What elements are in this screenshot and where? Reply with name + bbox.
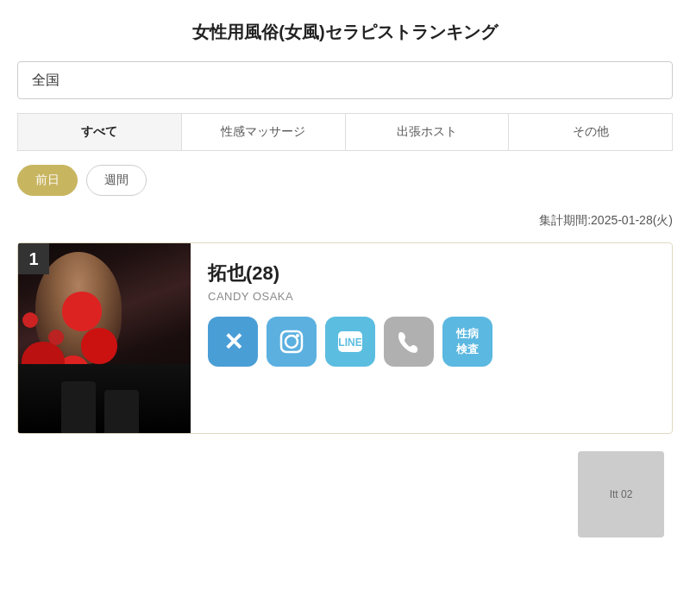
- page-title: 女性用風俗(女風)セラピストランキング: [17, 21, 673, 44]
- svg-text:LINE: LINE: [338, 336, 361, 349]
- std-check-button[interactable]: 性病検査: [442, 317, 492, 367]
- bottom-image-area: Itt 02: [17, 451, 673, 537]
- social-icons: ✕ LINE: [208, 317, 655, 367]
- twitter-button[interactable]: ✕: [208, 317, 258, 367]
- tab-erotic[interactable]: 性感マッサージ: [182, 114, 346, 150]
- phone-button[interactable]: [384, 317, 434, 367]
- shop-name: CANDY OSAKA: [208, 290, 655, 303]
- instagram-icon: [278, 328, 305, 355]
- search-input[interactable]: [17, 61, 673, 99]
- bottom-placeholder: Itt 02: [578, 451, 664, 537]
- filter-weekly-button[interactable]: 週間: [86, 165, 147, 196]
- tab-other[interactable]: その他: [509, 114, 672, 150]
- rank-number: 1: [18, 243, 49, 274]
- rank-image-wrapper: 1: [18, 243, 191, 433]
- tab-bar: すべて 性感マッサージ 出張ホスト その他: [17, 113, 673, 151]
- filter-buttons: 前日 週間: [17, 165, 673, 196]
- person-name: 拓也(28): [208, 261, 655, 286]
- ranking-card-1: 1 拓也(28) CANDY OSAKA ✕: [17, 242, 673, 434]
- phone-icon: [396, 329, 422, 355]
- card-info: 拓也(28) CANDY OSAKA ✕: [191, 243, 672, 433]
- instagram-button[interactable]: [267, 317, 317, 367]
- filter-previous-button[interactable]: 前日: [17, 165, 78, 196]
- svg-point-2: [296, 334, 299, 337]
- svg-point-1: [285, 336, 298, 348]
- line-icon: LINE: [336, 327, 365, 356]
- date-info: 集計期間:2025-01-28(火): [17, 213, 673, 229]
- line-button[interactable]: LINE: [325, 317, 375, 367]
- tab-host[interactable]: 出張ホスト: [346, 114, 510, 150]
- page-wrapper: 女性用風俗(女風)セラピストランキング すべて 性感マッサージ 出張ホスト その…: [0, 0, 690, 555]
- tab-all[interactable]: すべて: [18, 114, 182, 150]
